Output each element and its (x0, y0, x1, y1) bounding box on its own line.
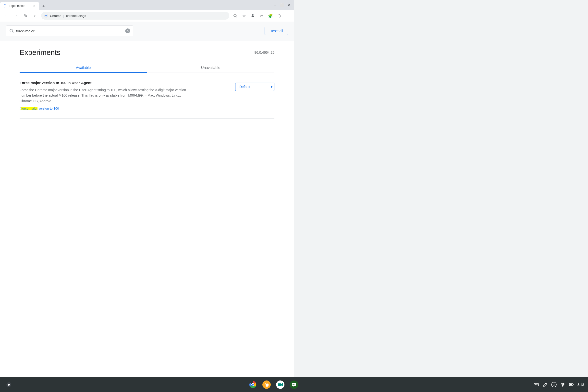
flag-default-select[interactable]: Default Enabled Disabled (235, 82, 275, 91)
svg-point-9 (10, 29, 13, 32)
back-button[interactable]: ← (2, 12, 10, 20)
toolbar-icons: ☆ ✂ 🧩 ⬡ ⋮ (231, 12, 292, 20)
flag-anchor-link[interactable]: #force-major-version-to-100 (19, 107, 59, 110)
tab-favicon (3, 4, 7, 8)
tab-unavailable[interactable]: Unavailable (147, 62, 275, 72)
flag-description: Force the Chrome major version in the Us… (19, 87, 186, 104)
maximize-button[interactable]: ⬜ (279, 2, 285, 8)
flag-link-suffix: -version-to-100 (37, 107, 59, 110)
flag-item: Force major version to 100 in User-Agent… (19, 73, 275, 119)
flag-info: Force major version to 100 in User-Agent… (19, 81, 229, 110)
close-button[interactable]: ✕ (286, 2, 292, 8)
profile-icon[interactable] (249, 12, 257, 20)
svg-point-8 (252, 14, 254, 16)
version-text: 96.0.4664.25 (254, 50, 275, 54)
tabs-row: Available Unavailable (19, 62, 275, 73)
reset-all-button[interactable]: Reset all (265, 27, 288, 35)
browser-frame: Experiments ✕ + − ⬜ ✕ ← → ↻ ⌂ Chrome | c… (0, 0, 294, 22)
search-clear-button[interactable]: ✕ (125, 28, 130, 33)
forward-button[interactable]: → (12, 12, 19, 20)
flag-link-highlighted: force-major (21, 107, 37, 110)
omnibox-origin: Chrome (50, 14, 61, 18)
reload-button[interactable]: ↻ (21, 12, 29, 20)
flag-select-container: Default Enabled Disabled ▾ (235, 82, 275, 91)
tab-available[interactable]: Available (19, 62, 147, 72)
menu-icon[interactable]: ⋮ (284, 12, 292, 20)
svg-line-7 (236, 16, 237, 18)
address-bar: ← → ↻ ⌂ Chrome | chrome://flags ☆ (0, 10, 294, 22)
extensions-icon[interactable]: 🧩 (267, 12, 275, 20)
tab-bar: Experiments ✕ + − ⬜ ✕ (0, 0, 294, 10)
cast-icon[interactable]: ⬡ (275, 12, 283, 20)
scissors-icon[interactable]: ✂ (258, 12, 266, 20)
minimize-button[interactable]: − (272, 2, 278, 8)
main-content: Experiments 96.0.4664.25 Available Unava… (0, 40, 294, 119)
flag-title: Force major version to 100 in User-Agent (19, 81, 229, 85)
page-title: Experiments (19, 48, 60, 57)
search-toolbar-icon[interactable] (231, 12, 239, 20)
home-button[interactable]: ⌂ (31, 12, 39, 20)
bookmark-icon[interactable]: ☆ (240, 12, 248, 20)
svg-point-6 (234, 14, 237, 17)
svg-marker-1 (4, 5, 6, 7)
search-box: ✕ (6, 26, 133, 36)
active-tab[interactable]: Experiments ✕ (0, 2, 39, 10)
svg-line-10 (12, 32, 14, 33)
page-content: ✕ Reset all Experiments 96.0.4664.25 Ava… (0, 22, 294, 377)
flags-search-input[interactable] (16, 29, 123, 33)
omnibox[interactable]: Chrome | chrome://flags (41, 12, 229, 20)
omnibox-separator: | (63, 14, 64, 18)
window-controls: − ⬜ ✕ (272, 2, 294, 10)
flags-search-bar: ✕ Reset all (0, 22, 294, 40)
new-tab-button[interactable]: + (40, 3, 47, 10)
omnibox-url: chrome://flags (66, 14, 86, 18)
page-title-row: Experiments 96.0.4664.25 (19, 40, 275, 62)
flag-select-wrapper: Default Enabled Disabled ▾ (235, 82, 275, 91)
tab-close-button[interactable]: ✕ (32, 4, 36, 8)
search-icon (9, 28, 14, 33)
omnibox-favicon (44, 14, 48, 18)
tab-title: Experiments (9, 4, 30, 8)
